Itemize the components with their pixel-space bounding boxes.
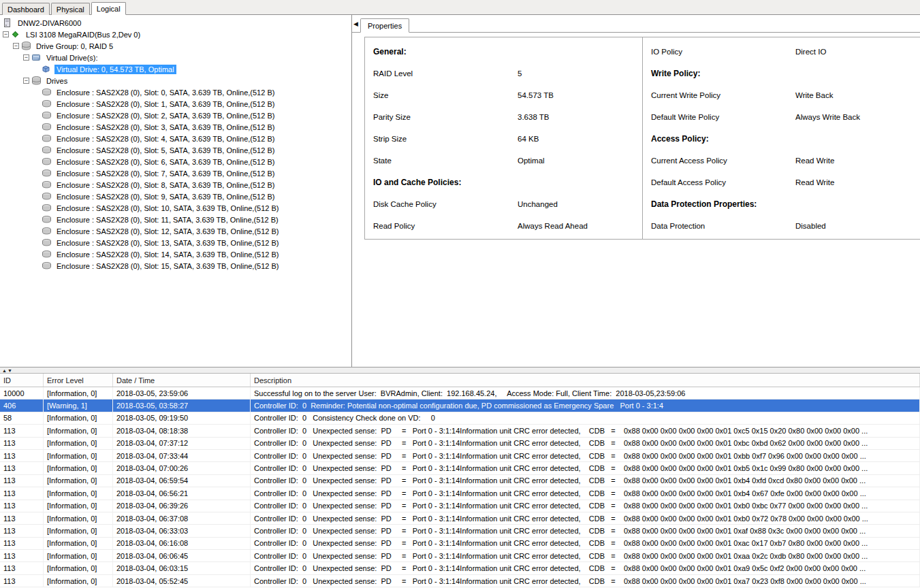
event-log-row[interactable]: 113[Information, 0]2018-03-04, 06:37:08C… <box>0 512 920 525</box>
tree-item[interactable]: Enclosure : SAS2X28 (0), Slot: 1, SATA, … <box>0 98 351 110</box>
property-label: IO and Cache Policies: <box>373 178 518 187</box>
event-datetime: 2018-03-04, 06:16:08 <box>113 538 251 549</box>
event-datetime: 2018-03-04, 06:33:03 <box>113 525 251 536</box>
event-id: 113 <box>0 462 44 474</box>
property-row: Parity Size3.638 TB <box>365 106 642 128</box>
property-row: IO PolicyDirect IO <box>643 41 920 63</box>
event-log-row[interactable]: 113[Information, 0]2018-03-04, 06:06:45C… <box>0 550 920 562</box>
tree-item[interactable]: −LSI 3108 MegaRAID(Bus 2,Dev 0) <box>0 29 351 40</box>
event-log-row[interactable]: 113[Information, 0]2018-03-04, 06:03:15C… <box>0 562 920 574</box>
column-header-description[interactable]: Description <box>251 374 920 387</box>
event-datetime: 2018-03-04, 07:33:44 <box>113 450 251 461</box>
event-log-row[interactable]: 113[Information, 0]2018-03-04, 07:37:12C… <box>0 438 920 450</box>
event-description: Controller ID: 0 Unexpected sense: PD = … <box>251 438 920 449</box>
tree-item-label: Enclosure : SAS2X28 (0), Slot: 0, SATA, … <box>54 88 276 97</box>
tree-item[interactable]: Enclosure : SAS2X28 (0), Slot: 4, SATA, … <box>0 133 351 144</box>
panel-splitter[interactable]: ▲ ▼ <box>0 367 920 373</box>
tree-item[interactable]: DNW2-DIVAR6000 <box>0 17 351 29</box>
drive-icon <box>42 239 52 246</box>
event-datetime: 2018-03-04, 06:37:08 <box>113 512 251 524</box>
event-log-row[interactable]: 113[Information, 0]2018-03-04, 06:39:26C… <box>0 500 920 512</box>
event-log-row[interactable]: 113[Information, 0]2018-03-04, 05:52:45C… <box>0 575 920 587</box>
event-id: 113 <box>0 538 44 549</box>
tree-item[interactable]: Enclosure : SAS2X28 (0), Slot: 11, SATA,… <box>0 214 351 225</box>
property-section-header: Access Policy: <box>643 128 920 150</box>
event-id: 113 <box>0 438 44 449</box>
tree-item-label: Enclosure : SAS2X28 (0), Slot: 14, SATA,… <box>54 250 281 259</box>
column-header-error-level[interactable]: Error Level <box>44 374 113 387</box>
event-error-level: [Information, 0] <box>44 387 113 399</box>
virtual-drive-icon <box>42 65 52 74</box>
tree-item[interactable]: Enclosure : SAS2X28 (0), Slot: 14, SATA,… <box>0 248 351 260</box>
tree-item-label: Enclosure : SAS2X28 (0), Slot: 8, SATA, … <box>54 180 276 190</box>
event-log-row[interactable]: 113[Information, 0]2018-03-04, 07:00:26C… <box>0 462 920 474</box>
event-log-row[interactable]: 58[Information, 0]2018-03-05, 09:19:50Co… <box>0 412 920 425</box>
tree-item[interactable]: Enclosure : SAS2X28 (0), Slot: 3, SATA, … <box>0 121 351 133</box>
drive-icon <box>42 227 52 235</box>
property-label: RAID Level <box>373 69 518 78</box>
tab-physical[interactable]: Physical <box>51 3 90 15</box>
event-log-row[interactable]: 113[Information, 0]2018-03-04, 07:33:44C… <box>0 450 920 462</box>
column-header-date-time[interactable]: Date / Time <box>113 374 251 387</box>
tree-item[interactable]: Enclosure : SAS2X28 (0), Slot: 9, SATA, … <box>0 191 351 202</box>
event-log-header: IDError LevelDate / TimeDescription <box>0 374 920 387</box>
tree-item[interactable]: Virtual Drive: 0, 54.573 TB, Optimal <box>0 63 351 75</box>
property-row: Read PolicyAlways Read Ahead <box>365 215 642 237</box>
tab-dashboard[interactable]: Dashboard <box>2 3 50 15</box>
collapse-left-icon[interactable]: ◀ <box>353 20 358 27</box>
expander-minus-icon[interactable]: − <box>13 43 19 49</box>
property-label: Current Write Policy <box>651 91 795 99</box>
drive-icon <box>42 100 52 108</box>
property-section-header: Write Policy: <box>643 63 920 84</box>
tree-item[interactable]: Enclosure : SAS2X28 (0), Slot: 0, SATA, … <box>0 86 351 98</box>
event-log-row[interactable]: 113[Information, 0]2018-03-04, 06:56:21C… <box>0 487 920 500</box>
event-log-row[interactable]: 113[Information, 0]2018-03-04, 08:18:38C… <box>0 425 920 437</box>
event-description: Controller ID: 0 Unexpected sense: PD = … <box>251 550 920 561</box>
tab-properties[interactable]: Properties <box>360 18 409 33</box>
event-description: Controller ID: 0 Unexpected sense: PD = … <box>251 512 920 524</box>
property-label: Current Access Policy <box>651 157 795 165</box>
splitter-down-icon[interactable]: ▼ <box>7 368 12 373</box>
tree-item[interactable]: Enclosure : SAS2X28 (0), Slot: 10, SATA,… <box>0 202 351 214</box>
tree-item-label: Enclosure : SAS2X28 (0), Slot: 6, SATA, … <box>54 157 276 167</box>
event-datetime: 2018-03-04, 06:03:15 <box>113 562 251 574</box>
drive-icon <box>42 262 52 270</box>
event-log-row[interactable]: 113[Information, 0]2018-03-04, 06:16:08C… <box>0 538 920 550</box>
tree-item[interactable]: Enclosure : SAS2X28 (0), Slot: 12, SATA,… <box>0 225 351 237</box>
event-log-row[interactable]: 113[Information, 0]2018-03-04, 06:33:03C… <box>0 525 920 537</box>
event-error-level: [Information, 0] <box>44 525 113 536</box>
tree-item[interactable]: Enclosure : SAS2X28 (0), Slot: 8, SATA, … <box>0 179 351 191</box>
property-value: Always Write Back <box>795 113 920 121</box>
properties-tabrow: ◀ Properties <box>352 15 920 33</box>
tree-item[interactable]: Enclosure : SAS2X28 (0), Slot: 6, SATA, … <box>0 156 351 167</box>
tree-item[interactable]: Enclosure : SAS2X28 (0), Slot: 15, SATA,… <box>0 260 351 272</box>
event-description: Controller ID: 0 Unexpected sense: PD = … <box>251 450 920 461</box>
column-header-id[interactable]: ID <box>0 374 44 387</box>
tree-item[interactable]: Enclosure : SAS2X28 (0), Slot: 2, SATA, … <box>0 110 351 121</box>
tree-item[interactable]: Enclosure : SAS2X28 (0), Slot: 13, SATA,… <box>0 237 351 248</box>
event-log: IDError LevelDate / TimeDescription 1000… <box>0 373 920 588</box>
tree-item[interactable]: −Drives <box>0 75 351 86</box>
event-log-row[interactable]: 113[Information, 0]2018-03-04, 06:59:54C… <box>0 475 920 487</box>
tree-item[interactable]: Enclosure : SAS2X28 (0), Slot: 5, SATA, … <box>0 144 351 156</box>
event-log-row[interactable]: 10000[Information, 0]2018-03-05, 23:59:0… <box>0 387 920 399</box>
event-error-level: [Information, 0] <box>44 575 113 587</box>
event-description: Controller ID: 0 Unexpected sense: PD = … <box>251 475 920 487</box>
property-label: Size <box>373 91 518 99</box>
tree-item[interactable]: −Drive Group: 0, RAID 5 <box>0 40 351 52</box>
tree-item[interactable]: Enclosure : SAS2X28 (0), Slot: 7, SATA, … <box>0 167 351 179</box>
expander-minus-icon[interactable]: − <box>3 31 9 37</box>
tree-item-label: Enclosure : SAS2X28 (0), Slot: 9, SATA, … <box>54 192 276 201</box>
event-description: Controller ID: 0 Unexpected sense: PD = … <box>251 462 920 474</box>
tree-item-label: Enclosure : SAS2X28 (0), Slot: 1, SATA, … <box>54 99 276 109</box>
splitter-up-icon[interactable]: ▲ <box>2 368 7 373</box>
expander-minus-icon[interactable]: − <box>23 54 29 61</box>
property-label: Data Protection Properties: <box>651 199 795 209</box>
event-log-row[interactable]: 406[Warning, 1]2018-03-05, 03:58:27Contr… <box>0 399 920 412</box>
tree-item[interactable]: −Virtual Drive(s): <box>0 52 351 63</box>
expander-minus-icon[interactable]: − <box>23 78 29 84</box>
drive-icon <box>42 123 52 131</box>
property-value: Unchanged <box>518 200 642 208</box>
property-value: Read Write <box>795 178 920 186</box>
tab-logical[interactable]: Logical <box>91 2 126 15</box>
